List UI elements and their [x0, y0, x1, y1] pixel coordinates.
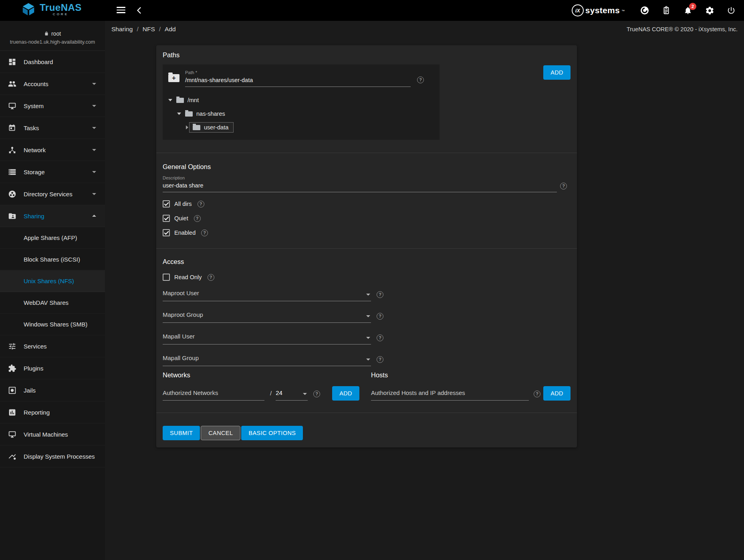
maproot-group-row: Maproot Group — [163, 309, 571, 323]
cancel-button[interactable]: CANCEL — [201, 426, 240, 440]
alldirs-help-icon[interactable] — [198, 201, 204, 207]
mapall-user-help-icon[interactable] — [377, 334, 383, 341]
power-icon[interactable] — [726, 6, 736, 15]
sidebar-item-network[interactable]: Network — [0, 139, 105, 161]
section-divider — [156, 413, 577, 413]
sidebar-item-display-system-processes[interactable]: Display System Processes — [0, 445, 105, 467]
path-help-icon[interactable] — [417, 77, 424, 83]
hamburger-menu-icon[interactable] — [117, 7, 125, 15]
chevron-up-icon — [92, 215, 96, 217]
access-section: Access Read Only Maproot User Maproot Gr… — [156, 258, 577, 366]
chevron-down-icon — [92, 83, 96, 85]
mapall-group-select[interactable]: Mapall Group — [163, 352, 371, 366]
hosts-add-button[interactable]: ADD — [543, 386, 571, 401]
selected-tree-node[interactable]: user-data — [189, 122, 234, 133]
expand-caret-icon[interactable] — [177, 113, 181, 115]
quiet-checkbox[interactable] — [163, 215, 170, 222]
expand-caret-icon[interactable] — [168, 99, 172, 101]
read-only-help-icon[interactable] — [208, 274, 214, 281]
authorized-hosts-input[interactable]: Authorized Hosts and IP addresses — [371, 387, 529, 401]
sidebar-subitem-iscsi[interactable]: Block Shares (iSCSI) — [0, 249, 105, 270]
alldirs-checkbox[interactable] — [163, 200, 170, 207]
sidebar-item-virtual-machines[interactable]: Virtual Machines — [0, 423, 105, 445]
hosts-help-icon[interactable] — [534, 391, 540, 397]
alldirs-label[interactable]: All dirs — [174, 201, 192, 207]
maproot-user-select[interactable]: Maproot User — [163, 287, 371, 301]
quiet-label[interactable]: Quiet — [174, 215, 188, 222]
create-folder-icon — [168, 74, 179, 82]
maproot-group-help-icon[interactable] — [377, 313, 383, 320]
sidebar-item-reporting[interactable]: Reporting — [0, 401, 105, 423]
tasks-icon — [7, 123, 17, 133]
jails-icon — [7, 385, 17, 395]
sidebar-item-dashboard[interactable]: Dashboard — [0, 51, 105, 73]
networks-title: Networks — [163, 371, 371, 379]
enabled-checkbox[interactable] — [163, 229, 170, 236]
sidebar-subitem-nfs[interactable]: Unix Shares (NFS) — [0, 270, 105, 292]
sidebar-item-tasks[interactable]: Tasks — [0, 117, 105, 139]
settings-gear-icon[interactable] — [705, 6, 714, 15]
dropdown-caret-icon — [366, 315, 370, 317]
sidebar-item-directory-services[interactable]: Directory Services — [0, 183, 105, 205]
sidebar-subitem-smb[interactable]: Windows Shares (SMB) — [0, 314, 105, 335]
sidebar-subitem-afp[interactable]: Apple Shares (AFP) — [0, 227, 105, 249]
description-input[interactable]: user-data share — [163, 181, 557, 192]
basic-options-button[interactable]: BASIC OPTIONS — [241, 426, 303, 440]
breadcrumb-add: Add — [165, 26, 176, 33]
breadcrumb-bar: Sharing / NFS / Add TrueNAS CORE® © 2020… — [105, 21, 744, 38]
topbar: TrueNAS CORE iX systems ™ 2 — [0, 0, 744, 21]
paths-add-button[interactable]: ADD — [543, 65, 571, 80]
chevron-down-icon — [92, 149, 96, 151]
mapall-user-select[interactable]: Mapall User — [163, 330, 371, 344]
networks-help-icon[interactable] — [313, 391, 320, 397]
authorized-networks-input[interactable]: Authorized Networks — [163, 387, 264, 401]
chevron-down-icon — [92, 193, 96, 195]
maproot-group-select[interactable]: Maproot Group — [163, 309, 371, 323]
jobs-icon[interactable] — [661, 6, 671, 15]
maproot-user-row: Maproot User — [163, 287, 571, 301]
path-input[interactable]: /mnt/nas-shares/user-data — [185, 75, 411, 87]
alerts-bell-icon[interactable]: 2 — [683, 6, 693, 15]
storage-icon — [7, 167, 17, 177]
tree-node-mnt[interactable]: /mnt — [168, 93, 434, 107]
read-only-checkbox[interactable] — [163, 274, 170, 281]
breadcrumb-sharing[interactable]: Sharing — [111, 26, 133, 33]
plugins-icon — [7, 363, 17, 373]
tree-node-nas-shares[interactable]: nas-shares — [168, 107, 434, 121]
network-icon — [7, 145, 17, 155]
processes-icon — [7, 451, 17, 461]
hosts-title: Hosts — [371, 371, 571, 379]
sidebar-subitem-webdav[interactable]: WebDAV Shares — [0, 292, 105, 314]
authorized-hosts-row: Authorized Hosts and IP addresses ADD — [371, 386, 571, 401]
sidebar-item-storage[interactable]: Storage — [0, 161, 105, 183]
read-only-label[interactable]: Read Only — [174, 274, 202, 280]
mapall-group-help-icon[interactable] — [377, 356, 383, 363]
sidebar-item-services[interactable]: Services — [0, 335, 105, 357]
cidr-prefix-select[interactable]: 24 — [276, 387, 308, 401]
sidebar: root truenas-node1.uk.high-availability.… — [0, 21, 105, 560]
description-help-icon[interactable] — [560, 183, 567, 189]
quiet-help-icon[interactable] — [194, 215, 201, 222]
networks-add-button[interactable]: ADD — [332, 386, 359, 401]
sidebar-item-accounts[interactable]: Accounts — [0, 73, 105, 95]
truenas-logo[interactable]: TrueNAS CORE — [21, 2, 82, 16]
sidebar-item-jails[interactable]: Jails — [0, 379, 105, 401]
authorized-networks-row: Authorized Networks / 24 ADD — [163, 386, 371, 401]
truecommand-icon[interactable] — [640, 6, 649, 15]
enabled-label[interactable]: Enabled — [174, 230, 196, 236]
system-icon — [7, 101, 17, 111]
back-chevron-icon[interactable] — [135, 5, 144, 16]
enabled-help-icon[interactable] — [201, 230, 208, 236]
sidebar-item-sharing[interactable]: Sharing — [0, 205, 105, 227]
breadcrumb-nfs[interactable]: NFS — [143, 26, 155, 33]
description-label: Description — [163, 175, 557, 181]
submit-button[interactable]: SUBMIT — [163, 426, 200, 440]
sidebar-item-system[interactable]: System — [0, 95, 105, 117]
path-field[interactable]: Path * /mnt/nas-shares/user-data — [185, 70, 411, 87]
dropdown-caret-icon — [366, 294, 370, 296]
maproot-user-help-icon[interactable] — [377, 291, 383, 298]
ixsystems-logo[interactable]: iX systems ™ — [572, 4, 625, 16]
collapse-caret-icon[interactable] — [186, 125, 188, 129]
tree-node-user-data[interactable]: user-data — [168, 121, 434, 134]
sidebar-item-plugins[interactable]: Plugins — [0, 357, 105, 379]
